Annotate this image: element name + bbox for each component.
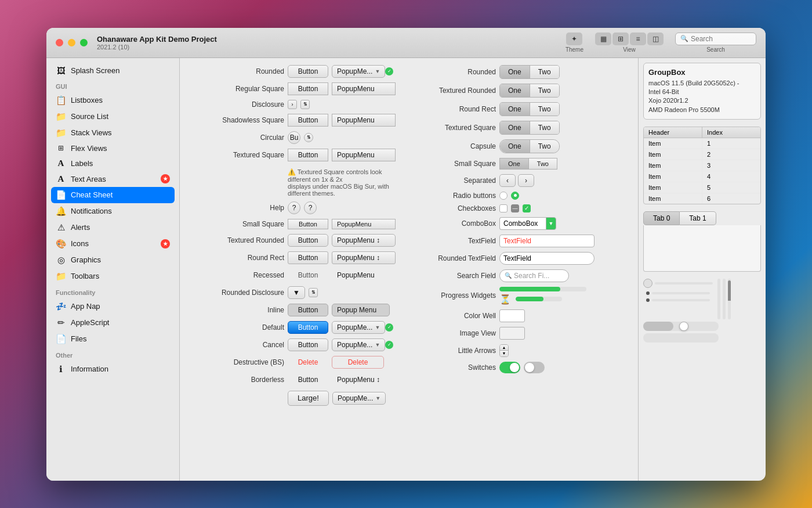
sidebar-item-cheat-sheet[interactable]: 📄 Cheat Sheet (51, 187, 175, 203)
seg-one[interactable]: One (500, 103, 530, 116)
btn-textured-square[interactable]: Button (288, 149, 328, 161)
popup-textured-square[interactable]: PopupMenu (332, 149, 396, 161)
table-row[interactable]: Item 6 (644, 193, 760, 204)
view-icon-1[interactable]: ▦ (595, 33, 611, 45)
sidebar-item-files[interactable]: 📄 Files (46, 331, 179, 347)
popup-disclosure[interactable]: ⇅ (300, 100, 310, 109)
search-widget[interactable]: 🔍 Search Fi... (499, 269, 569, 282)
color-well[interactable] (499, 309, 525, 322)
btn-back[interactable]: ‹ (499, 174, 516, 187)
seg-two[interactable]: Two (529, 158, 557, 169)
btn-shadowless-square[interactable]: Button (288, 114, 328, 127)
stepper-up[interactable]: ▲ (500, 345, 508, 351)
checkbox-checked[interactable]: ✓ (523, 204, 531, 212)
sidebar-item-applescript[interactable]: ✏ AppleScript (46, 315, 179, 331)
radio-on[interactable] (511, 192, 519, 200)
btn-rounded[interactable]: Button (288, 65, 328, 78)
btn-help[interactable]: ? (288, 201, 300, 214)
seg-capsule[interactable]: One Two (499, 139, 560, 153)
popup-help[interactable]: ? (304, 201, 317, 214)
rounded-textfield[interactable] (499, 252, 594, 265)
slider-wide-2[interactable] (643, 333, 719, 343)
popup-cancel[interactable]: PopupMe...▼ (332, 338, 385, 351)
popup-textured-rounded[interactable]: PopupMenu ↕ (332, 234, 396, 247)
tab-1[interactable]: Tab 1 (680, 211, 716, 225)
popup-rounded-disclosure[interactable]: ⇅ (309, 288, 318, 297)
seg-two[interactable]: Two (530, 121, 559, 134)
btn-borderless[interactable]: Button (288, 373, 328, 386)
vslider-1[interactable] (717, 279, 720, 319)
toggle-on[interactable] (499, 362, 520, 373)
combobox-arrow[interactable]: ▼ (546, 217, 556, 230)
table-row[interactable]: Item 1 (644, 138, 760, 149)
vslider-2[interactable] (723, 279, 726, 319)
radio-off[interactable] (499, 192, 507, 200)
seg-one[interactable]: One (500, 84, 530, 97)
seg-two[interactable]: Two (530, 66, 559, 78)
sidebar-item-graphics[interactable]: ◎ Graphics (46, 252, 179, 268)
sidebar-item-icons[interactable]: 🎨 Icons ★ (46, 236, 179, 252)
table-row[interactable]: Item 4 (644, 171, 760, 182)
little-arrows[interactable]: ▲ ▼ (499, 344, 509, 357)
popup-shadowless-square[interactable]: PopupMenu (332, 114, 396, 127)
btn-destructive[interactable]: Delete (288, 356, 328, 369)
sidebar-item-app-nap[interactable]: 💤 App Nap (46, 298, 179, 315)
popup-circular[interactable]: ⇅ (304, 133, 313, 142)
slider-track-2[interactable] (652, 292, 710, 294)
sidebar-item-stack-views[interactable]: 📁 Stack Views (46, 125, 179, 141)
seg-two[interactable]: Two (530, 84, 559, 97)
vslider-3[interactable] (728, 279, 731, 319)
sidebar-item-flex-views[interactable]: ⊞ Flex Views (46, 141, 179, 156)
btn-forward[interactable]: › (518, 174, 534, 187)
popup-small-square[interactable]: PopupMenu (332, 219, 396, 229)
checkbox-unchecked[interactable] (499, 204, 507, 212)
slider-wide-1[interactable] (643, 322, 719, 331)
seg-textured-square[interactable]: One Two (499, 121, 560, 135)
btn-small-square[interactable]: Button (288, 219, 328, 229)
sidebar-item-labels[interactable]: A Labels (46, 156, 179, 171)
popup-borderless[interactable]: PopupMenu ↕ (332, 373, 396, 386)
btn-rounded-disclosure[interactable]: ▼ (288, 286, 305, 299)
seg-textured-rounded[interactable]: One Two (499, 84, 560, 98)
popup-default[interactable]: PopupMe...▼ (332, 321, 385, 334)
btn-recessed[interactable]: Button (288, 269, 328, 282)
table-row[interactable]: Item 5 (644, 182, 760, 193)
sidebar-item-information[interactable]: ℹ Information (46, 361, 179, 377)
popup-regular-square[interactable]: PopupMenu (332, 82, 396, 95)
seg-one[interactable]: One (500, 121, 530, 134)
popup-large[interactable]: PopupMe...▼ (332, 392, 386, 405)
search-input[interactable] (691, 35, 751, 43)
btn-inline[interactable]: Button (288, 304, 328, 316)
btn-large[interactable]: Large! (288, 391, 329, 406)
seg-rounded[interactable]: One Two (499, 65, 560, 79)
seg-round-rect[interactable]: One Two (499, 102, 560, 116)
seg-small-square[interactable]: One Two (499, 158, 557, 170)
btn-disclosure[interactable]: › (288, 100, 297, 109)
table-row[interactable]: Item 2 (644, 149, 760, 160)
popup-destructive[interactable]: Delete (332, 356, 384, 369)
maximize-button[interactable] (80, 39, 88, 46)
seg-one[interactable]: One (500, 140, 530, 153)
view-icon-2[interactable]: ⊞ (612, 33, 629, 45)
popup-round-rect[interactable]: PopupMenu ↕ (332, 251, 396, 264)
tab-0[interactable]: Tab 0 (643, 211, 680, 225)
combobox-input[interactable] (499, 217, 546, 230)
combobox[interactable]: ▼ (499, 217, 556, 230)
checkbox-mixed[interactable]: — (511, 204, 519, 212)
btn-circular[interactable]: Bu (288, 131, 300, 144)
minimize-button[interactable] (68, 39, 75, 46)
btn-textured-rounded[interactable]: Button (288, 234, 328, 247)
sidebar-item-text-areas[interactable]: A Text Areas ★ (46, 171, 179, 187)
seg-one[interactable]: One (500, 66, 530, 78)
popup-recessed[interactable]: PopupMenu (332, 269, 396, 282)
btn-default[interactable]: Button (288, 321, 328, 334)
sidebar-item-toolbars[interactable]: 📁 Toolbars (46, 268, 179, 284)
btn-round-rect[interactable]: Button (288, 251, 328, 264)
stepper-down[interactable]: ▼ (500, 351, 508, 356)
seg-two[interactable]: Two (530, 103, 559, 116)
textfield[interactable] (499, 235, 594, 247)
slider-track-1[interactable] (655, 282, 713, 284)
seg-two[interactable]: Two (530, 140, 559, 153)
sidebar-item-notifications[interactable]: 🔔 Notifications (46, 203, 179, 219)
search-field[interactable]: 🔍 (675, 33, 756, 45)
